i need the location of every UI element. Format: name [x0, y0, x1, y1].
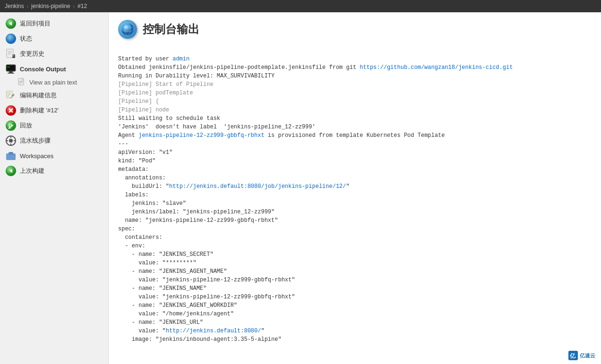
sidebar-item-history-label: 变更历史 — [20, 50, 44, 58]
svg-point-2 — [6, 34, 16, 44]
agent-link[interactable]: jenkins-pipeline-12-zz999-gbbfq-rbhxt — [138, 132, 264, 139]
admin-link[interactable]: admin — [172, 56, 189, 62]
replay-icon — [6, 120, 16, 131]
build-url-link[interactable]: http://jenkins.default:8080/job/jenkins-… — [169, 183, 346, 190]
prev-build-icon — [6, 166, 16, 176]
content-area: 控制台输出 Started by user admin Obtained jen… — [109, 12, 601, 364]
sidebar-item-delete-build[interactable]: 删除构建 '#12' — [0, 103, 108, 118]
svg-marker-15 — [22, 78, 24, 80]
console-output: Started by user admin Obtained jenkinsfi… — [118, 46, 592, 352]
breadcrumb-sep-1: › — [27, 4, 28, 9]
breadcrumb-sep-2: › — [73, 4, 75, 9]
svg-rect-13 — [8, 73, 14, 74]
breadcrumb-bar: Jenkins › jenkins-pipeline › #12 — [0, 0, 601, 12]
footer-logo-icon: 亿 — [568, 351, 578, 360]
delete-icon — [6, 105, 16, 116]
jenkins-url-link[interactable]: http://jenkins.default:8080/ — [166, 328, 261, 334]
main-layout: 返回到项目 状态 — [0, 12, 601, 364]
breadcrumb-jenkins[interactable]: Jenkins — [5, 3, 24, 9]
sidebar-subitem-view-plain[interactable]: View as plain text — [0, 76, 108, 88]
sidebar-item-prev-label: 上次构建 — [20, 167, 44, 175]
breadcrumb-build-num: #12 — [77, 3, 87, 9]
sidebar-item-back-label: 返回到项目 — [20, 19, 51, 28]
sidebar-item-steps-label: 流水线步骤 — [20, 136, 51, 145]
sidebar-item-workspaces[interactable]: Workspaces — [0, 148, 108, 163]
svg-point-40 — [121, 23, 134, 35]
page-title: 控制台输出 — [143, 22, 199, 37]
svg-point-31 — [9, 139, 13, 143]
plain-text-icon — [18, 78, 26, 86]
page-header-icon — [118, 20, 137, 39]
sidebar-item-replay-label: 回放 — [20, 121, 32, 130]
sidebar-item-edit-label: 编辑构建信息 — [20, 91, 57, 100]
status-icon — [6, 34, 16, 44]
sidebar-item-replay[interactable]: 回放 — [0, 118, 108, 133]
svg-rect-12 — [9, 71, 13, 73]
history-icon — [6, 49, 16, 59]
sidebar-item-status-label: 状态 — [20, 34, 32, 43]
workspaces-icon — [6, 151, 16, 161]
sidebar-item-console[interactable]: Console Output — [0, 61, 108, 76]
sidebar-item-pipeline-steps[interactable]: 流水线步骤 — [0, 133, 108, 148]
sidebar-item-workspaces-label: Workspaces — [20, 152, 53, 160]
svg-rect-37 — [9, 152, 13, 155]
svg-rect-3 — [7, 49, 13, 58]
back-arrow-icon — [6, 18, 16, 29]
edit-icon — [6, 90, 16, 101]
svg-rect-10 — [7, 66, 15, 70]
github-link[interactable]: https://github.com/wangzan18/jenkins-cic… — [360, 64, 513, 71]
svg-text:亿: 亿 — [569, 353, 576, 359]
sidebar-item-console-label: Console Output — [20, 66, 66, 73]
pipeline-icon — [6, 135, 16, 146]
sidebar-item-edit-build[interactable]: 编辑构建信息 — [0, 88, 108, 103]
page-header: 控制台输出 — [118, 20, 592, 39]
sidebar-item-status[interactable]: 状态 — [0, 31, 108, 46]
footer-watermark-text: 亿速云 — [580, 352, 595, 359]
sidebar-subitem-plain-label: View as plain text — [29, 79, 77, 86]
sidebar-item-delete-label: 删除构建 '#12' — [20, 106, 59, 115]
footer-watermark: 亿 亿速云 — [568, 351, 595, 360]
console-icon — [6, 64, 16, 74]
sidebar-item-back-to-project[interactable]: 返回到项目 — [0, 16, 108, 31]
sidebar-item-history[interactable]: 变更历史 — [0, 46, 108, 61]
sidebar-item-prev-build[interactable]: 上次构建 — [0, 163, 108, 178]
breadcrumb-pipeline[interactable]: jenkins-pipeline — [31, 3, 70, 9]
sidebar: 返回到项目 状态 — [0, 12, 109, 364]
